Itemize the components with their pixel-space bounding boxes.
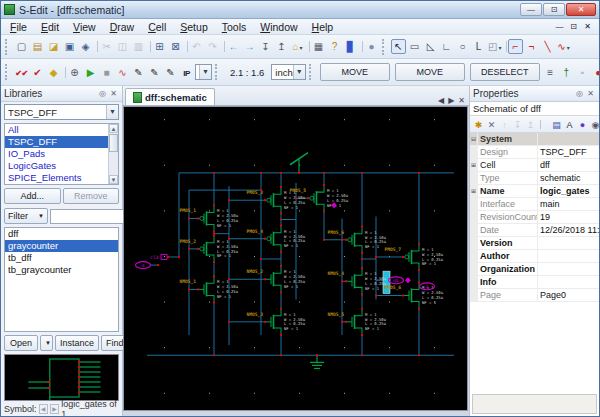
library-item[interactable]: LogicGates — [5, 160, 108, 172]
mdi-control[interactable]: — — [554, 22, 565, 31]
update-icon[interactable]: † — [559, 65, 574, 80]
property-row[interactable]: Info — [470, 276, 599, 289]
scrollbar[interactable]: ▲ ▼ — [108, 124, 118, 184]
undo-icon[interactable]: ↶ — [189, 39, 204, 54]
probe-ip-icon[interactable]: IP — [179, 65, 194, 80]
menu-item[interactable]: Window — [253, 20, 304, 34]
close-icon[interactable]: ✕ — [108, 89, 119, 98]
menu-item[interactable]: View — [66, 20, 103, 34]
expand-icon[interactable] — [470, 146, 478, 158]
cut-icon[interactable]: ✂ — [99, 39, 114, 54]
sort-up-icon[interactable]: ↥ — [524, 118, 537, 131]
highlight-icon[interactable]: ◆ — [46, 65, 61, 80]
scroll-down-icon[interactable]: ▼ — [109, 175, 118, 184]
abc-icon[interactable]: A — [563, 118, 576, 131]
library-item[interactable]: SPICE_Elements — [5, 172, 108, 184]
property-row[interactable]: RevisionCount 19 — [470, 211, 599, 224]
probe-current-icon[interactable]: ✎ — [147, 65, 162, 80]
new-icon[interactable]: ▢ — [14, 39, 29, 54]
check-all-icon[interactable]: ✔✔ — [14, 65, 29, 80]
toolbar-icon[interactable] — [147, 39, 151, 54]
minimize-button[interactable]: — — [520, 3, 542, 16]
copy-icon[interactable]: ◫ — [115, 39, 130, 54]
tab-scroll-left-icon[interactable]: ◀ — [436, 96, 446, 105]
view-schematic-icon[interactable]: ⊞ — [152, 39, 167, 54]
push-into-icon[interactable]: ↧ — [258, 39, 273, 54]
instance-cell-button[interactable]: Instance — [55, 335, 99, 351]
select-tool-icon[interactable]: ↖ — [391, 39, 406, 54]
open-folder-icon[interactable]: ◪ — [46, 39, 61, 54]
library-item[interactable]: All — [5, 124, 108, 136]
open-dropdown-icon[interactable]: ▼ — [40, 335, 53, 351]
expand-icon[interactable] — [470, 276, 478, 288]
wire-tool-icon[interactable]: ⌐ — [508, 39, 523, 54]
paste-icon[interactable]: ▥ — [131, 39, 146, 54]
symbol-prev-icon[interactable]: ◀ — [39, 404, 48, 414]
library-item[interactable]: IO_Pads — [5, 148, 108, 160]
waveform-icon[interactable]: ∿ — [115, 65, 130, 80]
scroll-up-icon[interactable]: ▲ — [109, 124, 118, 133]
instance-tool-icon[interactable]: ◰ — [487, 39, 502, 54]
polygon-tool-icon[interactable]: ◺ — [423, 39, 438, 54]
menu-item[interactable]: Draw — [103, 20, 142, 34]
circle-tool-icon[interactable]: ○ — [455, 39, 470, 54]
expand-icon[interactable] — [470, 250, 478, 262]
curve-tool-icon[interactable]: ∿ — [556, 39, 571, 54]
rectangle-tool-icon[interactable]: ▭ — [407, 39, 422, 54]
print-icon[interactable]: ▦ — [311, 39, 326, 54]
property-row[interactable]: Version — [470, 237, 599, 250]
forward-icon[interactable]: → — [242, 39, 257, 54]
cell-item[interactable]: tb_dff — [5, 252, 118, 264]
close-icon[interactable]: ✕ — [585, 89, 596, 98]
filter-dropdown[interactable]: Filter▼ — [4, 208, 48, 224]
property-row[interactable]: Date 12/26/2018 11:21:45 — [470, 224, 599, 237]
run-simulation-icon[interactable]: ▶ — [83, 65, 98, 80]
port-d[interactable]: d — [136, 262, 151, 269]
view-symbol-icon[interactable]: ⊠ — [168, 39, 183, 54]
property-row[interactable]: ⊟ System — [470, 133, 599, 146]
line-tool-icon[interactable]: ╲ — [540, 39, 555, 54]
delete-property-icon[interactable]: ✕ — [485, 118, 498, 131]
open-cell-icon[interactable]: ▤ — [30, 39, 45, 54]
home-icon[interactable]: ⌂ — [290, 39, 305, 54]
toolbar-icon[interactable] — [94, 39, 98, 54]
toolbar-icon[interactable] — [306, 39, 310, 54]
action-button[interactable]: MOVE — [320, 63, 390, 81]
pop-out-icon[interactable]: ↥ — [274, 39, 289, 54]
toolbar-grip[interactable] — [215, 64, 220, 80]
menu-item[interactable]: Tools — [215, 20, 254, 34]
tab-dff-schematic[interactable]: dff:schematic — [125, 88, 215, 105]
unit-combo[interactable]: inch▼ — [271, 64, 305, 80]
property-row[interactable]: Interface main — [470, 198, 599, 211]
setup-simulation-icon[interactable]: ⊕ — [67, 65, 82, 80]
vdd-symbol[interactable] — [290, 153, 308, 174]
pin-icon[interactable]: ◎ — [574, 89, 585, 98]
remove-library-button[interactable]: Remove — [63, 188, 120, 204]
instance-NMOS_5[interactable]: NMOS_5M = 1W = 2.50uL = 0.25uNF = 1 — [327, 308, 386, 336]
property-row[interactable]: Type schematic — [470, 172, 599, 185]
notes-icon[interactable]: ▊ — [343, 39, 358, 54]
menu-item[interactable]: Edit — [34, 20, 66, 34]
menu-item[interactable]: File — [3, 20, 34, 34]
save-all-icon[interactable]: ◈ — [78, 39, 93, 54]
redo-icon[interactable]: ↷ — [205, 39, 220, 54]
menu-item[interactable]: Help — [305, 20, 341, 34]
add-library-button[interactable]: Add... — [4, 188, 61, 204]
breakpoint-icon[interactable]: ● — [591, 65, 600, 80]
toolbar-icon[interactable] — [503, 39, 507, 54]
expand-icon[interactable] — [470, 224, 478, 236]
mdi-control[interactable]: ⊡ — [568, 22, 579, 31]
schematic-canvas[interactable]: PMOS_1M = 1W = 2.50uL = 0.25uNF = 1PMOS_… — [123, 106, 468, 411]
expand-icon[interactable] — [470, 172, 478, 184]
save-icon[interactable]: ▣ — [62, 39, 77, 54]
manhattan-wire-tool-icon[interactable]: ¬ — [524, 39, 539, 54]
menu-item[interactable]: Setup — [173, 20, 214, 34]
mdi-control[interactable]: ✕ — [582, 22, 593, 31]
port-qb[interactable]: qb — [389, 277, 404, 284]
probe-point-icon[interactable]: ◦ — [575, 65, 590, 80]
toolbar-icon[interactable] — [537, 118, 550, 131]
evaluate-icon[interactable]: ≡ — [543, 65, 558, 80]
expand-icon[interactable]: ⊞ — [470, 185, 478, 197]
cell-item[interactable]: graycounter — [5, 240, 118, 252]
toolbar-icon[interactable] — [184, 39, 188, 54]
